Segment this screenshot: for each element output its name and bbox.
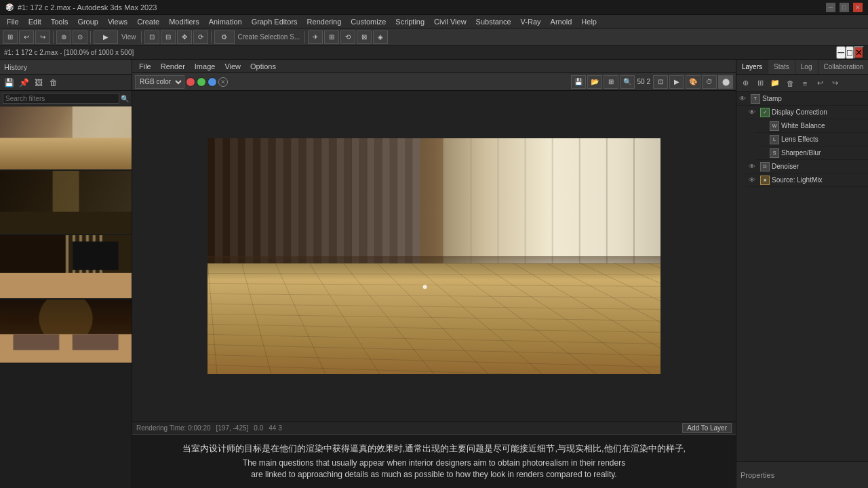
main-menubar: File Edit Tools Group Views Create Modif… <box>0 15 868 28</box>
vfb-close-button[interactable]: ✕ <box>854 46 864 59</box>
tab-log[interactable]: Log <box>795 60 818 74</box>
toolbar-btn-2[interactable]: ↩ <box>19 30 34 44</box>
vfb-menu-options[interactable]: Options <box>246 61 280 72</box>
layers-copy-btn[interactable]: ⊞ <box>753 77 767 89</box>
vfb-toolbar: RGB color ✕ 💾 📂 ⊞ 🔍 50 2 ⊡ ▶ 🎨 ⏱ ⬤ <box>132 73 736 91</box>
menu-arnold[interactable]: Arnold <box>547 16 576 27</box>
toolbar-create-selection-label: Create Selection S... <box>236 33 302 41</box>
menu-graph-editors[interactable]: Graph Editors <box>248 16 302 27</box>
toolbar-btn-6[interactable]: ▶ <box>94 30 118 44</box>
history-delete-btn[interactable]: 🗑 <box>47 77 60 89</box>
vfb-menubar: File Render Image View Options <box>132 60 736 73</box>
menu-tools[interactable]: Tools <box>47 16 73 27</box>
menu-vray[interactable]: V-Ray <box>517 16 545 27</box>
toolbar-btn-14[interactable]: ⟲ <box>340 30 355 44</box>
tab-collaboration[interactable]: Collaboration <box>818 60 869 74</box>
minimize-button[interactable]: ─ <box>826 3 835 12</box>
toolbar-btn-8[interactable]: ⊟ <box>161 30 176 44</box>
color-mode-select[interactable]: RGB color <box>135 75 184 89</box>
layers-add-btn[interactable]: ⊕ <box>738 77 752 89</box>
toolbar-btn-5[interactable]: ⊙ <box>73 30 87 44</box>
toolbar-btn-4[interactable]: ⊕ <box>56 30 71 44</box>
toolbar-btn-7[interactable]: ⊡ <box>144 30 159 44</box>
history-save-btn[interactable]: 💾 <box>2 77 16 89</box>
vfb-menu-view[interactable]: View <box>220 61 245 72</box>
menu-rendering[interactable]: Rendering <box>303 16 346 27</box>
vfb-maximize-button[interactable]: □ <box>846 46 854 59</box>
menu-file[interactable]: File <box>3 16 23 27</box>
history-thumb-2[interactable] <box>0 171 132 235</box>
history-thumb-4[interactable] <box>0 300 132 364</box>
toolbar-btn-11[interactable]: ⚙ <box>214 30 235 44</box>
tab-stats[interactable]: Stats <box>768 60 795 74</box>
menu-group[interactable]: Group <box>73 16 102 27</box>
vfb-btn-history[interactable]: ⏱ <box>702 75 717 89</box>
status-val1: 0.0 <box>254 424 263 432</box>
menu-civil-view[interactable]: Civil View <box>430 16 470 27</box>
vfb-btn-region[interactable]: ▶ <box>669 75 684 89</box>
maximize-button[interactable]: □ <box>840 3 849 12</box>
menu-modifiers[interactable]: Modifiers <box>165 16 203 27</box>
tab-layers[interactable]: Layers <box>736 60 768 74</box>
layer-display-correction[interactable]: 👁 ✓ Display Correction <box>746 106 868 119</box>
menu-substance[interactable]: Substance <box>472 16 515 27</box>
vfb-btn-folder[interactable]: 📂 <box>587 75 602 89</box>
vfb-btn-color-correct[interactable]: 🎨 <box>686 75 701 89</box>
vfb-menu-image[interactable]: Image <box>191 61 220 72</box>
vfb-btn-compare[interactable]: ⬤ <box>718 75 733 89</box>
menu-help[interactable]: Help <box>577 16 601 27</box>
menu-animation[interactable]: Animation <box>205 16 246 27</box>
layer-icon-sb: S <box>770 148 779 158</box>
vfb-menu-file[interactable]: File <box>135 61 155 72</box>
history-thumb-1[interactable] <box>0 106 132 171</box>
toolbar-btn-15[interactable]: ⊠ <box>357 30 372 44</box>
layer-eye-lm[interactable]: 👁 <box>749 176 758 184</box>
history-thumb-3[interactable] <box>0 235 132 300</box>
toolbar-btn-1[interactable]: ⊞ <box>3 30 18 44</box>
toolbar-btn-9[interactable]: ✥ <box>177 30 192 44</box>
layer-white-balance[interactable]: 👁 W White Balance <box>755 119 868 133</box>
vfb-btn-zoom[interactable]: 🔍 <box>620 75 635 89</box>
layer-denoiser[interactable]: 👁 D Denoiser <box>746 160 868 174</box>
toolbar-btn-12[interactable]: ✈ <box>308 30 323 44</box>
search-input[interactable] <box>3 93 119 104</box>
toolbar-btn-16[interactable]: ◈ <box>373 30 388 44</box>
vfb-btn-aspect[interactable]: ⊡ <box>653 75 668 89</box>
vfb-btn-layers[interactable]: ⊞ <box>604 75 618 89</box>
history-pin-btn[interactable]: 📌 <box>17 77 31 89</box>
layer-name-lm: Source: LightMix <box>772 176 865 184</box>
layers-list-btn[interactable]: ≡ <box>798 77 812 89</box>
menu-views[interactable]: Views <box>104 16 132 27</box>
layers-folder-btn[interactable]: 📁 <box>768 77 782 89</box>
layer-eye-dc[interactable]: 👁 <box>749 108 758 116</box>
vfb-btn-save[interactable]: 💾 <box>571 75 586 89</box>
layers-delete-btn[interactable]: 🗑 <box>783 77 797 89</box>
toolbar-btn-3[interactable]: ↪ <box>35 30 50 44</box>
status-coords: [197, -425] <box>216 424 249 432</box>
color-dot-red[interactable] <box>186 77 195 87</box>
layer-stamp[interactable]: 👁 T Stamp <box>736 92 868 106</box>
menu-customize[interactable]: Customize <box>347 16 390 27</box>
layers-redo-btn[interactable]: ↪ <box>828 77 842 89</box>
layer-source-lightmix[interactable]: 👁 ★ Source: LightMix <box>746 174 868 187</box>
add-to-layer-btn[interactable]: Add To Layer <box>682 423 732 433</box>
toolbar-btn-10[interactable]: ⟳ <box>193 30 208 44</box>
color-dot-green[interactable] <box>197 77 206 87</box>
menu-edit[interactable]: Edit <box>24 16 45 27</box>
vfb-minimize-button[interactable]: ─ <box>836 46 845 59</box>
toolbar-btn-13[interactable]: ⊞ <box>324 30 339 44</box>
layer-eye-dn[interactable]: 👁 <box>749 163 758 170</box>
layers-toolbar: ⊕ ⊞ 📁 🗑 ≡ ↩ ↪ <box>736 75 868 92</box>
menu-create[interactable]: Create <box>133 16 163 27</box>
layer-lens-effects[interactable]: 👁 L Lens Effects <box>755 133 868 146</box>
close-button[interactable]: ✕ <box>853 3 863 12</box>
layer-eye-stamp[interactable]: 👁 <box>739 95 749 102</box>
layers-undo-btn[interactable]: ↩ <box>813 77 827 89</box>
rendering-time: Rendering Time: 0:00:20 <box>136 424 211 432</box>
color-dot-blue[interactable] <box>208 77 217 87</box>
menu-scripting[interactable]: Scripting <box>391 16 429 27</box>
history-render-btn[interactable]: 🖼 <box>32 77 45 89</box>
color-dot-cross[interactable]: ✕ <box>218 77 228 87</box>
layer-sharpen-blur[interactable]: 👁 S Sharpen/Blur <box>755 146 868 160</box>
vfb-menu-render[interactable]: Render <box>157 61 189 72</box>
